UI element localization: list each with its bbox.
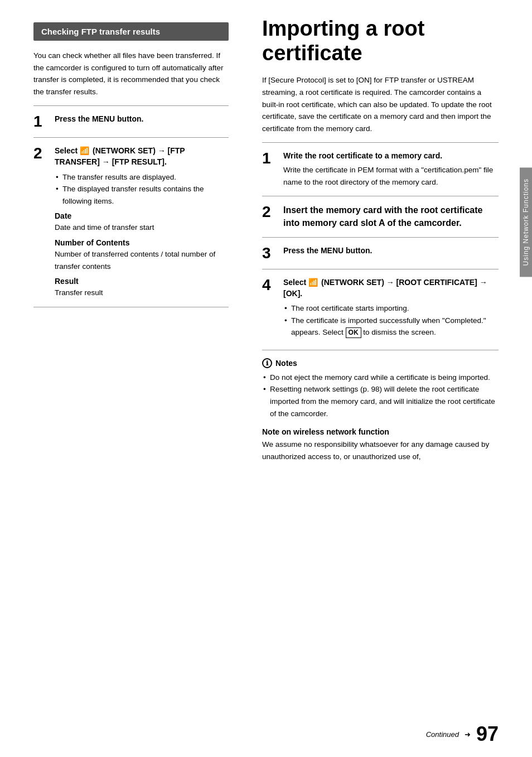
divider-2 xyxy=(33,137,229,138)
left-bullet-2: The displayed transfer results contains … xyxy=(55,183,229,207)
right-step-3: 3 Press the MENU button. xyxy=(262,245,499,261)
notes-header-label: Notes xyxy=(275,359,297,368)
divider-1 xyxy=(33,105,229,106)
subtext-result: Transfer result xyxy=(55,287,229,299)
right-step-4-content: Select 📶 (NETWORK SET) → [ROOT CERTIFICA… xyxy=(283,277,499,342)
right-step-3-content: Press the MENU button. xyxy=(283,245,499,257)
right-step-1: 1 Write the root certificate to a memory… xyxy=(262,151,499,188)
right-divider-1 xyxy=(262,142,499,143)
right-step-4-number: 4 xyxy=(262,277,278,293)
note-2: Resetting network settings (p. 98) will … xyxy=(262,383,499,420)
notes-header: ℹNotes xyxy=(262,358,499,368)
continued-text: Continued xyxy=(426,730,459,739)
notes-circle-icon: ℹ xyxy=(262,358,272,368)
network-icon-left: 📶 xyxy=(80,146,89,157)
continued-arrow: ➜ xyxy=(465,730,471,739)
right-step-2: 2 Insert the memory card with the root c… xyxy=(262,204,499,229)
subtext-contents: Number of transferred contents / total n… xyxy=(55,248,229,272)
right-step-2-title: Insert the memory card with the root cer… xyxy=(283,204,499,229)
right-bullet-2: The certificate is imported successfully… xyxy=(283,315,499,339)
notes-list: Do not eject the memory card while a cer… xyxy=(262,372,499,420)
page: Checking FTP transfer results You can ch… xyxy=(0,0,532,757)
section-header-text: Checking FTP transfer results xyxy=(41,27,160,36)
right-step-2-number: 2 xyxy=(262,204,278,220)
right-step-1-number: 1 xyxy=(262,151,278,166)
left-column: Checking FTP transfer results You can ch… xyxy=(0,0,245,757)
right-step-4: 4 Select 📶 (NETWORK SET) → [ROOT CERTIFI… xyxy=(262,277,499,342)
right-divider-5 xyxy=(262,350,499,350)
left-intro: You can check whether all files have bee… xyxy=(33,50,229,98)
sublabel-contents: Number of Contents xyxy=(55,238,229,247)
sublabel-result: Result xyxy=(55,277,229,286)
left-step-1: 1 Press the MENU button. xyxy=(33,114,229,129)
right-step-1-body: Write the certificate in PEM format with… xyxy=(283,164,499,188)
left-step-1-number: 1 xyxy=(33,114,49,129)
main-title: Importing a root certificate xyxy=(262,17,499,65)
right-step-2-content: Insert the memory card with the root cer… xyxy=(283,204,499,229)
right-step-3-number: 3 xyxy=(262,245,278,261)
notes-section: ℹNotes Do not eject the memory card whil… xyxy=(262,358,499,420)
right-step-1-title: Write the root certificate to a memory c… xyxy=(283,151,499,162)
left-step-1-content: Press the MENU button. xyxy=(55,114,229,125)
page-number: 97 xyxy=(476,722,499,746)
right-step-3-title: Press the MENU button. xyxy=(283,245,499,257)
wireless-note-text: We assume no responsibility whatsoever f… xyxy=(262,438,499,462)
footer: Continued ➜ 97 xyxy=(426,722,499,746)
section-header: Checking FTP transfer results xyxy=(33,22,229,41)
right-divider-4 xyxy=(262,269,499,269)
ok-box: OK xyxy=(346,327,361,338)
right-step-1-content: Write the root certificate to a memory c… xyxy=(283,151,499,188)
wireless-note-title: Note on wireless network function xyxy=(262,427,499,436)
left-step-2-bullets: The transfer results are displayed. The … xyxy=(55,171,229,208)
divider-3 xyxy=(33,307,229,307)
left-step-2: 2 Select 📶 (NETWORK SET) → [FTP TRANSFER… xyxy=(33,146,229,298)
side-tab: Using Network Functions xyxy=(520,167,532,277)
note-1: Do not eject the memory card while a cer… xyxy=(262,372,499,384)
subtext-date: Date and time of transfer start xyxy=(55,221,229,234)
right-divider-2 xyxy=(262,196,499,196)
right-bullet-1: The root certificate starts importing. xyxy=(283,302,499,315)
right-step-4-bullets: The root certificate starts importing. T… xyxy=(283,302,499,339)
network-icon-right: 📶 xyxy=(308,277,318,288)
left-step-2-title: Select 📶 (NETWORK SET) → [FTP TRANSFER] … xyxy=(55,146,185,166)
sublabel-date: Date xyxy=(55,211,229,220)
right-intro: If [Secure Protocol] is set to [ON] for … xyxy=(262,74,499,134)
right-column: Importing a root certificate If [Secure … xyxy=(245,0,532,757)
left-step-1-title: Press the MENU button. xyxy=(55,114,143,123)
right-step-4-title: Select 📶 (NETWORK SET) → [ROOT CERTIFICA… xyxy=(283,277,499,299)
left-bullet-1: The transfer results are displayed. xyxy=(55,171,229,184)
right-divider-3 xyxy=(262,237,499,238)
left-step-2-number: 2 xyxy=(33,146,49,161)
left-step-2-content: Select 📶 (NETWORK SET) → [FTP TRANSFER] … xyxy=(55,146,229,298)
